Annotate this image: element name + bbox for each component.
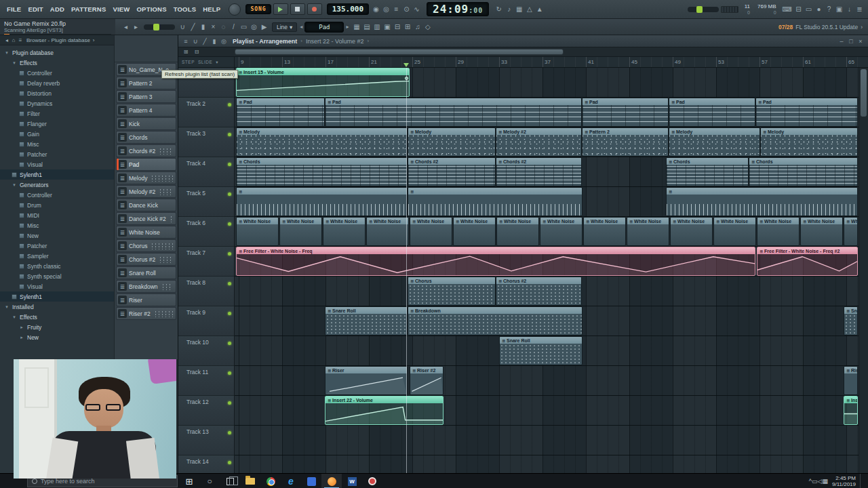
track-name-8[interactable]: Track 8 [178,277,234,306]
taskbar-clock[interactable]: 2:45 PM 9/11/2019 [832,475,856,487]
piano-roll-toggle-icon[interactable]: ▤ [361,22,372,33]
back-icon[interactable]: ◂ [3,36,10,44]
browser-item-effects[interactable]: ▾Effects [0,312,114,322]
track-mute-led[interactable] [228,431,231,434]
menu-edit[interactable]: EDIT [24,5,46,13]
typing-keyboard-icon[interactable]: ⌨ [781,4,793,15]
clip-white-noise[interactable]: White Noise [583,217,626,246]
bpm-display[interactable]: 135.000 [327,3,369,15]
pattern-item-dance-kick[interactable]: ≣Dance Kick [116,199,176,211]
clip-chorus-2[interactable]: Chorus #2 [496,277,582,306]
clip-white-noise[interactable]: White Noise [279,217,322,246]
track-name-3[interactable]: Track 3 [178,127,234,157]
clip-pattern[interactable] [408,187,583,216]
zoom-fit-icon[interactable]: ⊟ [192,48,201,56]
browser-item-controller[interactable]: Controller [0,190,114,200]
multilink-icon[interactable]: ⊟ [793,4,804,15]
menu-file[interactable]: FILE [3,5,24,13]
browser-item-midi[interactable]: MIDI [0,210,114,220]
pattern-item-melody[interactable]: ≣Melody [116,171,176,184]
browser-item-plugin-database[interactable]: ▾Plugin database [0,47,114,58]
pattern-item-breakdown[interactable]: ≣Breakdown [116,280,176,293]
main-volume-slider[interactable] [688,7,719,12]
menu-view[interactable]: VIEW [109,5,133,13]
browser-item-new[interactable]: New [0,230,114,241]
browser-item-generators[interactable]: ▾Generators [0,180,114,190]
pattern-item-pattern-4[interactable]: ≣Pattern 4 [116,104,176,117]
clip-melody-2[interactable]: Melody #2 [496,127,582,157]
clip-chords-2[interactable]: Chords #2 [496,157,582,186]
browser-item-visual[interactable]: Visual [0,159,114,169]
next-pattern-button[interactable]: ▸ [346,24,349,30]
touch-icon[interactable]: ◇ [422,22,433,33]
taskbar-app-chrome[interactable] [260,474,281,488]
menu-options[interactable]: OPTIONS [134,5,170,13]
clip-white-noise[interactable]: White Noise [410,217,452,246]
clip-insert-22[interactable]: Insert 22 [844,396,858,425]
clip-white-noise[interactable]: White Noise [670,217,713,246]
pattern-item-pattern-3[interactable]: ≣Pattern 3 [116,90,176,103]
render-icon[interactable]: ↓ [844,4,854,15]
track-mute-led[interactable] [228,371,231,375]
draw-icon[interactable]: ╱ [188,22,198,33]
swing-slider-icon[interactable]: ≡ [391,4,401,15]
pattern-item-dance-kick-2[interactable]: ≣Dance Kick #2 [116,212,176,225]
track-mute-led[interactable] [228,192,231,196]
browser-item-sampler[interactable]: Sampler [0,251,114,261]
play-button[interactable] [273,3,288,15]
taskbar-app-start[interactable]: ⊞ [179,474,199,488]
clip-free-filter-white-noise-freq[interactable]: Free Filter - White Noise - Freq [236,247,755,276]
pattern-item-pad[interactable]: ≣Pad [116,158,176,171]
playlist-titlebar[interactable]: ≡∪╱▮◎ Playlist - Arrangement › Insert 22… [178,35,868,47]
select-icon[interactable]: ▭ [239,22,249,33]
clip-white-noise[interactable]: White Noise [800,217,843,246]
playlist-magnet-icon[interactable]: ∪ [191,37,200,46]
track-mute-led[interactable] [228,342,231,345]
vertical-scrollbar[interactable] [859,68,868,473]
track-mute-led[interactable] [228,401,231,405]
clip-melody[interactable]: Melody [760,127,858,157]
countdown-icon[interactable]: △ [524,4,534,15]
clip-pattern[interactable] [236,187,408,216]
clip-pad[interactable]: Pad [325,98,582,127]
playback-icon[interactable]: ▶ [259,22,269,33]
wait-icon[interactable]: ⊙ [401,4,412,15]
track-mute-led[interactable] [228,252,231,256]
clip-white-noise[interactable]: White Noise [323,217,366,246]
browser-item-effects[interactable]: ▾Effects [0,58,114,68]
clip-riser[interactable]: Riser [325,366,408,395]
track-name-2[interactable]: Track 2 [178,98,234,127]
clip-melody[interactable]: Melody [236,127,408,157]
track-mute-led[interactable] [228,163,231,166]
track-name-10[interactable]: Track 10 [178,336,234,366]
pattern-item-chords-2[interactable]: ≣Chords #2 [116,144,176,157]
taskbar-app-task-view[interactable] [220,474,240,488]
playlist-pencil-icon[interactable]: ╱ [200,37,210,46]
snap-selector[interactable]: Line ▾ [272,22,297,32]
volume-knob-icon[interactable]: ◉ [371,4,381,15]
picker-panel-icon[interactable]: ⊞ [181,48,191,56]
metronome-icon[interactable]: ▲ [534,4,545,15]
clip-riser-2[interactable]: Riser #2 [410,366,443,395]
undo-icon[interactable]: ◂ [121,22,131,33]
step-slide-controls[interactable]: STEP SLIDE ▾ [178,57,235,67]
clip-chords[interactable]: Chords [236,157,408,186]
pattern-item-melody-2[interactable]: ≣Melody #2 [116,185,176,198]
zoom-icon[interactable]: ◎ [249,22,259,33]
clip-white-noise[interactable]: White Noise [540,217,583,246]
pan-knob-icon[interactable]: ◎ [381,4,391,15]
track-name-9[interactable]: Track 9 [178,306,234,336]
pattern-item-kick[interactable]: ≣Kick [116,117,176,130]
playlist-brush-icon[interactable]: ▮ [210,37,219,46]
browser-item-synth-classic[interactable]: Synth classic [0,261,114,271]
browser-toggle-icon[interactable]: ⊟ [392,22,402,33]
clip-pad[interactable]: Pad [582,98,669,127]
track-name-12[interactable]: Track 12 [178,396,234,426]
delete-icon[interactable]: × [208,22,218,33]
browser-item-synth-special[interactable]: Synth special [0,271,114,281]
mic-icon[interactable]: ● [814,4,824,15]
track-content-area[interactable]: Insert 15 - VolumePadPadPadPadPadMelodyM… [235,68,859,473]
previous-pattern-button[interactable]: ◂ [300,24,302,30]
clip-melody[interactable]: Melody [408,127,496,157]
clip-white-noise[interactable]: White Noise [844,217,858,246]
